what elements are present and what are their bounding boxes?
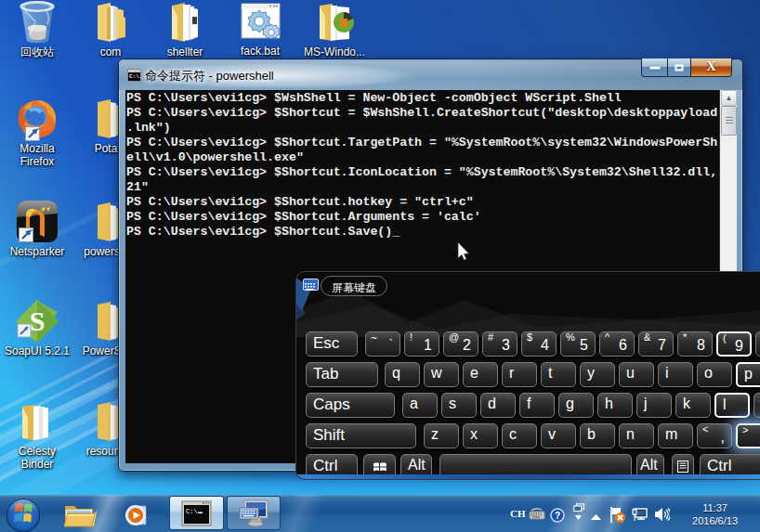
svg-text:S: S (30, 305, 46, 336)
svg-text:C:\: C:\ (186, 508, 198, 515)
svg-text:?: ? (555, 511, 560, 521)
